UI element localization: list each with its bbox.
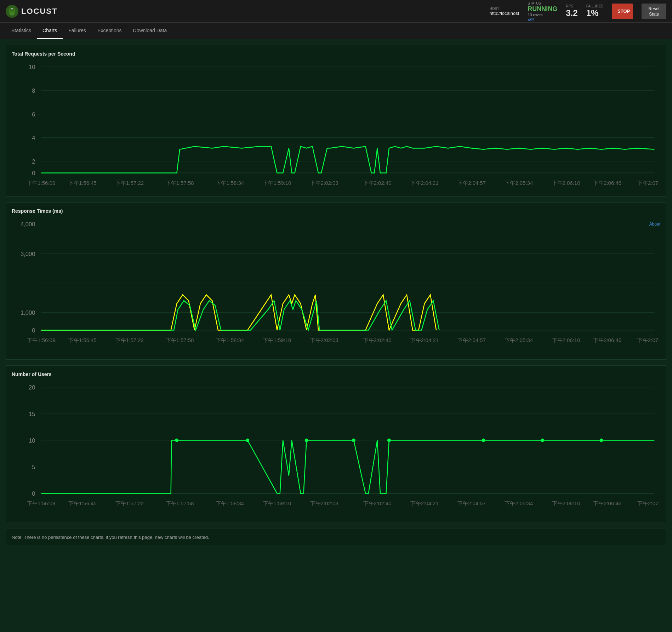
svg-point-4	[10, 7, 14, 11]
svg-text:下午1:58:34: 下午1:58:34	[216, 500, 244, 506]
failures-info: FAILURES 1%	[586, 4, 603, 18]
svg-text:下午1:56:45: 下午1:56:45	[68, 500, 97, 506]
host-value: http://localhost	[489, 11, 519, 16]
svg-text:下午2:05:34: 下午2:05:34	[505, 337, 533, 343]
failures-label: FAILURES	[586, 4, 603, 8]
rps-chart-title: Total Requests per Second	[12, 51, 660, 57]
svg-text:下午2:05:34: 下午2:05:34	[505, 500, 533, 506]
rps-label: RPS	[566, 4, 577, 8]
status-value: RUNNING	[528, 5, 557, 13]
svg-point-71	[352, 439, 355, 442]
svg-text:下午2:04:21: 下午2:04:21	[410, 500, 439, 506]
users-value: 10 users	[528, 13, 557, 17]
svg-text:下午2:02:40: 下午2:02:40	[363, 337, 392, 343]
svg-text:4: 4	[32, 135, 35, 141]
svg-text:3,000: 3,000	[21, 251, 35, 257]
svg-text:下午1:56:09: 下午1:56:09	[27, 337, 55, 343]
rps-info: RPS 3.2	[566, 4, 577, 18]
tab-exceptions[interactable]: Exceptions	[92, 23, 127, 39]
svg-point-69	[246, 439, 249, 442]
svg-text:下午2:06:10: 下午2:06:10	[552, 500, 580, 506]
response-chart-container: About 4,000 3,000 1,000 0 下午1:56:09 下	[12, 218, 660, 354]
footer-note: Note: There is no persistence of these c…	[6, 529, 666, 546]
tab-charts[interactable]: Charts	[37, 23, 63, 39]
svg-point-68	[175, 439, 178, 442]
svg-text:下午2:02:40: 下午2:02:40	[363, 180, 392, 186]
svg-point-75	[599, 439, 603, 442]
svg-text:2: 2	[32, 158, 35, 165]
svg-point-73	[482, 439, 485, 442]
svg-text:下午1:59:10: 下午1:59:10	[263, 180, 291, 186]
response-chart-section: Response Times (ms) About 4,000 3,000 1,…	[6, 202, 666, 360]
svg-text:下午2:04:57: 下午2:04:57	[457, 337, 486, 343]
svg-text:下午2:04:21: 下午2:04:21	[410, 180, 439, 186]
header: LOCUST HOST http://localhost STATUS RUNN…	[0, 0, 672, 23]
app-title: LOCUST	[21, 7, 57, 16]
svg-point-72	[387, 439, 391, 442]
tab-failures[interactable]: Failures	[63, 23, 92, 39]
about-link[interactable]: About	[649, 222, 660, 227]
svg-text:下午1:57:22: 下午1:57:22	[115, 180, 144, 186]
svg-text:下午1:56:45: 下午1:56:45	[68, 180, 97, 186]
svg-text:下午2:06:10: 下午2:06:10	[552, 180, 580, 186]
response-chart-title: Response Times (ms)	[12, 208, 660, 214]
svg-text:下午2:04:57: 下午2:04:57	[457, 180, 486, 186]
svg-text:下午2:06:46: 下午2:06:46	[593, 337, 621, 343]
tab-statistics[interactable]: Statistics	[6, 23, 37, 39]
svg-text:15: 15	[29, 411, 35, 418]
svg-text:下午2:07:23: 下午2:07:23	[637, 180, 660, 186]
logo-area: LOCUST	[6, 5, 57, 18]
rps-chart-svg: 10 8 6 4 2 0 下午1:56:09 下午1:56:45 下午1:57:…	[12, 61, 660, 190]
svg-text:下午2:02:03: 下午2:02:03	[310, 180, 338, 186]
users-chart-title: Number of Users	[12, 371, 660, 377]
svg-text:下午1:57:22: 下午1:57:22	[115, 500, 144, 506]
svg-text:10: 10	[29, 64, 35, 70]
svg-text:下午1:58:34: 下午1:58:34	[216, 337, 244, 343]
svg-text:下午1:59:10: 下午1:59:10	[263, 500, 291, 506]
svg-text:下午1:57:58: 下午1:57:58	[166, 180, 194, 186]
reset-button[interactable]: Reset Stats	[642, 4, 666, 19]
rps-chart-section: Total Requests per Second 10 8 6 4 2 0	[6, 45, 666, 197]
svg-text:下午1:56:09: 下午1:56:09	[27, 500, 55, 506]
svg-text:下午2:05:34: 下午2:05:34	[505, 180, 533, 186]
svg-text:下午1:56:09: 下午1:56:09	[27, 180, 55, 186]
svg-text:下午1:58:34: 下午1:58:34	[216, 180, 244, 186]
users-chart-section: Number of Users 20 15 10 5 0	[6, 365, 666, 523]
host-info: HOST http://localhost	[489, 7, 519, 16]
response-chart-svg: 4,000 3,000 1,000 0 下午1:56:09 下午1:56:45 …	[12, 218, 660, 354]
host-label: HOST	[489, 7, 519, 11]
svg-text:下午1:57:58: 下午1:57:58	[166, 500, 194, 506]
svg-point-74	[541, 439, 544, 442]
svg-text:下午2:06:46: 下午2:06:46	[593, 500, 621, 506]
svg-text:下午2:07:23: 下午2:07:23	[637, 337, 660, 343]
svg-text:6: 6	[32, 111, 35, 118]
svg-text:下午2:04:21: 下午2:04:21	[410, 337, 439, 343]
svg-text:20: 20	[29, 385, 35, 391]
logo-icon	[6, 5, 18, 18]
svg-text:0: 0	[32, 491, 35, 497]
svg-text:下午1:59:10: 下午1:59:10	[263, 337, 291, 343]
svg-text:下午2:02:03: 下午2:02:03	[310, 500, 338, 506]
svg-text:下午2:07:23: 下午2:07:23	[637, 500, 660, 506]
failures-value: 1%	[586, 8, 603, 18]
svg-text:下午2:06:46: 下午2:06:46	[593, 180, 621, 186]
svg-text:下午2:02:40: 下午2:02:40	[363, 500, 392, 506]
status-info: STATUS RUNNING 10 users Edit	[528, 1, 557, 21]
users-chart-container: 20 15 10 5 0 下午1:56:09 下午1:56:45 下午1	[12, 381, 660, 517]
svg-text:下午2:02:03: 下午2:02:03	[310, 337, 338, 343]
svg-text:0: 0	[32, 327, 35, 334]
svg-text:10: 10	[29, 438, 35, 444]
main-content: Total Requests per Second 10 8 6 4 2 0	[0, 39, 672, 552]
status-label: STATUS	[528, 1, 557, 5]
edit-link[interactable]: Edit	[528, 17, 557, 21]
svg-point-70	[305, 439, 308, 442]
stop-button[interactable]: STOP	[612, 4, 633, 19]
rps-value: 3.2	[566, 8, 577, 18]
svg-text:下午2:06:10: 下午2:06:10	[552, 337, 580, 343]
svg-text:4,000: 4,000	[21, 221, 35, 228]
nav-tabs: Statistics Charts Failures Exceptions Do…	[0, 23, 672, 39]
tab-download[interactable]: Download Data	[127, 23, 173, 39]
rps-chart-container: 10 8 6 4 2 0 下午1:56:09 下午1:56:45 下午1:57:…	[12, 61, 660, 190]
footer-note-text: Note: There is no persistence of these c…	[12, 535, 209, 540]
svg-point-6	[12, 8, 13, 9]
